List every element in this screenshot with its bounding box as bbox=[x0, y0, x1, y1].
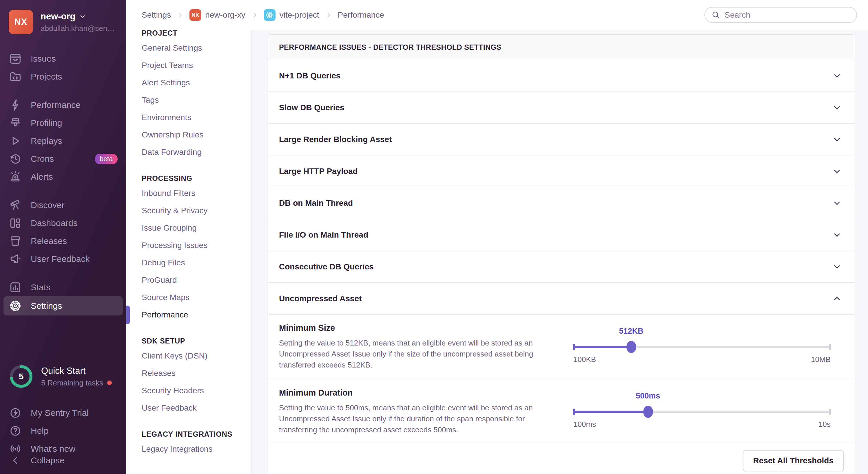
nav-item-user-feedback[interactable]: User Feedback bbox=[142, 399, 251, 417]
minimum-size-slider: 512KB 100KB 10MB bbox=[574, 323, 831, 370]
sidebar-item-performance[interactable]: Performance bbox=[0, 96, 126, 114]
nav-item-alert-settings[interactable]: Alert Settings bbox=[142, 74, 251, 92]
breadcrumb-project[interactable]: vite-project bbox=[264, 9, 319, 21]
slider-min-cap bbox=[573, 409, 575, 415]
sidebar-item-my-sentry-trial[interactable]: My Sentry Trial bbox=[0, 404, 126, 422]
chevron-up-icon bbox=[832, 294, 842, 304]
nav-item-environments[interactable]: Environments bbox=[142, 109, 251, 126]
sidebar-item-label: My Sentry Trial bbox=[31, 408, 89, 418]
quick-start-subtitle: 5 Remaining tasks bbox=[41, 378, 103, 387]
detector-row-large-http-payload[interactable]: Large HTTP Payload bbox=[268, 156, 855, 187]
chevron-left-icon bbox=[9, 454, 22, 467]
nav-item-source-maps[interactable]: Source Maps bbox=[142, 289, 251, 306]
setting-minimum-duration: Minimum Duration Setting the value to 50… bbox=[268, 379, 855, 444]
nav-item-client-keys[interactable]: Client Keys (DSN) bbox=[142, 347, 251, 365]
nav-item-issue-grouping[interactable]: Issue Grouping bbox=[142, 219, 251, 237]
search-input[interactable] bbox=[724, 10, 854, 20]
chevron-right-icon bbox=[251, 11, 259, 19]
detector-row-uncompressed-asset[interactable]: Uncompressed Asset bbox=[268, 283, 855, 314]
detector-row-consecutive-db-queries[interactable]: Consecutive DB Queries bbox=[268, 251, 855, 283]
global-search[interactable] bbox=[704, 7, 857, 23]
breadcrumb-label: new-org-xy bbox=[205, 10, 245, 20]
nav-item-inbound-filters[interactable]: Inbound Filters bbox=[142, 184, 251, 202]
nav-item-legacy-integrations[interactable]: Legacy Integrations bbox=[142, 440, 251, 458]
archive-icon bbox=[9, 234, 22, 248]
sidebar-item-label: Performance bbox=[31, 100, 81, 110]
detector-label: Consecutive DB Queries bbox=[279, 262, 374, 271]
detector-label: File I/O on Main Thread bbox=[279, 230, 368, 240]
nav-item-security-privacy[interactable]: Security & Privacy bbox=[142, 202, 251, 219]
nav-item-security-headers[interactable]: Security Headers bbox=[142, 382, 251, 399]
sidebar-item-help[interactable]: Help bbox=[0, 422, 126, 440]
detector-row-file-io-on-main-thread[interactable]: File I/O on Main Thread bbox=[268, 219, 855, 251]
org-switcher[interactable]: NX new-org abdullah.khan@sen… bbox=[0, 0, 126, 37]
org-name: new-org bbox=[40, 11, 75, 22]
slider-handle[interactable] bbox=[643, 406, 653, 418]
breadcrumb-label: Performance bbox=[338, 10, 384, 20]
slider-max-label: 10s bbox=[818, 420, 831, 429]
sidebar-item-label: Help bbox=[31, 426, 49, 436]
sidebar-item-user-feedback[interactable]: User Feedback bbox=[0, 250, 126, 268]
sidebar-collapse: Collapse bbox=[0, 451, 126, 469]
chevron-down-icon bbox=[832, 71, 842, 81]
panel-title: PERFORMANCE ISSUES - DETECTOR THRESHOLD … bbox=[268, 35, 855, 60]
chevron-down-icon bbox=[832, 166, 842, 176]
main-content: PERFORMANCE ISSUES - DETECTOR THRESHOLD … bbox=[251, 30, 868, 474]
slider-fill bbox=[574, 346, 631, 348]
sidebar-item-dashboards[interactable]: Dashboards bbox=[0, 214, 126, 232]
quick-start[interactable]: 5 Quick Start 5 Remaining tasks bbox=[0, 364, 126, 389]
slider-handle[interactable] bbox=[626, 341, 636, 353]
nav-item-performance[interactable]: Performance bbox=[142, 306, 251, 324]
detector-row-db-on-main-thread[interactable]: DB on Main Thread bbox=[268, 187, 855, 219]
gear-icon bbox=[9, 299, 22, 312]
sidebar-item-stats[interactable]: Stats bbox=[0, 278, 126, 296]
detector-label: DB on Main Thread bbox=[279, 199, 353, 208]
sidebar-item-replays[interactable]: Replays bbox=[0, 132, 126, 150]
detector-label: Slow DB Queries bbox=[279, 103, 344, 112]
chevron-right-icon bbox=[324, 11, 333, 19]
nav-item-processing-issues[interactable]: Processing Issues bbox=[142, 237, 251, 254]
reset-all-thresholds-button[interactable]: Reset All Thresholds bbox=[743, 450, 844, 471]
sidebar-item-alerts[interactable]: Alerts bbox=[0, 168, 126, 186]
nav-item-proguard[interactable]: ProGuard bbox=[142, 271, 251, 289]
sidebar-item-discover[interactable]: Discover bbox=[0, 196, 126, 214]
org-badge: NX bbox=[189, 9, 201, 21]
nav-item-general-settings[interactable]: General Settings bbox=[142, 39, 251, 57]
chevron-right-icon bbox=[176, 11, 184, 19]
chevron-down-icon bbox=[832, 134, 842, 145]
sidebar-item-profiling[interactable]: Profiling bbox=[0, 114, 126, 132]
nav-section-heading: SDK SETUP bbox=[142, 335, 251, 347]
nav-item-releases[interactable]: Releases bbox=[142, 365, 251, 382]
collapse-button[interactable]: Collapse bbox=[0, 451, 126, 469]
org-avatar: NX bbox=[9, 10, 33, 34]
projects-icon bbox=[9, 70, 22, 83]
sidebar-item-label: Replays bbox=[31, 136, 62, 146]
search-icon bbox=[711, 10, 720, 20]
nav-item-ownership-rules[interactable]: Ownership Rules bbox=[142, 126, 251, 143]
slider-track[interactable] bbox=[574, 411, 831, 413]
breadcrumb-org[interactable]: NX new-org-xy bbox=[189, 9, 245, 21]
slider-track[interactable] bbox=[574, 346, 831, 348]
sidebar-item-releases[interactable]: Releases bbox=[0, 232, 126, 250]
org-email: abdullah.khan@sen… bbox=[40, 24, 115, 33]
slider-value-label: 500ms bbox=[636, 392, 660, 401]
clock-icon bbox=[9, 152, 22, 166]
setting-label: Minimum Duration bbox=[279, 388, 556, 398]
nav-item-data-forwarding[interactable]: Data Forwarding bbox=[142, 143, 251, 161]
sidebar-item-crons[interactable]: Crons beta bbox=[0, 150, 126, 168]
sidebar-item-projects[interactable]: Projects bbox=[0, 68, 126, 86]
nav-section-heading: LEGACY INTEGRATIONS bbox=[142, 428, 251, 440]
detector-row-n-plus-one-db-queries[interactable]: N+1 DB Queries bbox=[268, 60, 855, 92]
nav-item-tags[interactable]: Tags bbox=[142, 92, 251, 109]
nav-item-debug-files[interactable]: Debug Files bbox=[142, 254, 251, 271]
slider-max-label: 10MB bbox=[811, 355, 831, 364]
sidebar-item-issues[interactable]: Issues bbox=[0, 50, 126, 68]
lightning-icon bbox=[9, 98, 22, 112]
breadcrumb-settings[interactable]: Settings bbox=[142, 10, 171, 20]
sidebar-group-issues: Issues Projects bbox=[0, 50, 126, 86]
sidebar-item-settings[interactable]: Settings bbox=[3, 296, 123, 315]
setting-minimum-size: Minimum Size Setting the value to 512KB,… bbox=[268, 314, 855, 379]
detector-row-slow-db-queries[interactable]: Slow DB Queries bbox=[268, 92, 855, 124]
detector-row-large-render-blocking-asset[interactable]: Large Render Blocking Asset bbox=[268, 124, 855, 156]
nav-item-project-teams[interactable]: Project Teams bbox=[142, 57, 251, 74]
